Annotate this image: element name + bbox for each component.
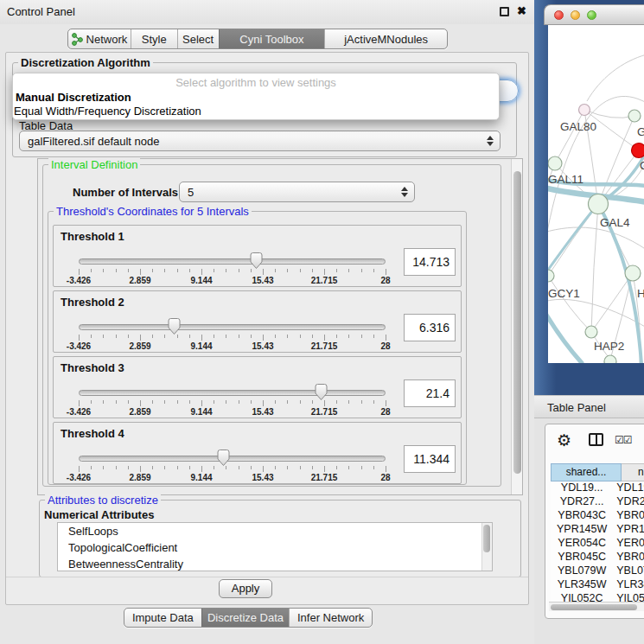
table-row[interactable]: YER054CYER054C (551, 537, 644, 551)
threshold-slider-track[interactable] (79, 390, 386, 396)
float-window-icon[interactable] (500, 7, 509, 16)
cell-shared-name: YBR045C (551, 551, 613, 564)
table-row[interactable]: YDR27...YDR27... (551, 495, 644, 509)
column-split-icon[interactable] (589, 433, 603, 446)
node-selected-red[interactable] (632, 143, 644, 158)
select-columns-icon[interactable]: ☑☑ (615, 434, 632, 446)
column-header-name[interactable]: n (622, 463, 644, 481)
numerical-attributes-list[interactable]: SelfLoopsTopologicalCoefficientBetweenne… (57, 522, 493, 571)
panel-title: Control Panel (7, 5, 75, 18)
slider-tick-label: -3.426 (67, 407, 91, 417)
table-row[interactable]: YPR145WYPR145W (551, 523, 644, 537)
apply-button[interactable]: Apply (219, 579, 272, 598)
threshold-value-field[interactable]: 11.344 (404, 445, 456, 473)
threshold-slider-track[interactable] (79, 258, 386, 265)
slider-tick (214, 466, 214, 469)
slider-tick-label: 15.43 (252, 407, 273, 417)
tab-label: Network (86, 33, 128, 46)
threshold-slider-thumb[interactable] (216, 449, 231, 470)
table-row[interactable]: YDL19...YDL19... (551, 481, 644, 495)
node-hap2[interactable] (585, 326, 597, 338)
slider-tick-label: 2.859 (129, 276, 150, 285)
close-traffic-light-icon[interactable] (554, 10, 564, 20)
node-gcy1[interactable] (548, 270, 554, 282)
interval-scrollbar-thumb[interactable] (513, 171, 521, 474)
minimize-traffic-light-icon[interactable] (571, 10, 580, 20)
slider-tick (103, 466, 104, 469)
table-data-combobox[interactable]: galFiltered.sif default node (19, 131, 501, 151)
slider-tick (239, 400, 239, 404)
table-row[interactable]: YIL052CYIL052C (551, 592, 644, 602)
close-icon[interactable]: ✖ (517, 4, 526, 17)
threshold-slider-thumb[interactable] (167, 317, 182, 339)
tab-style[interactable]: Style (131, 29, 177, 48)
dropdown-option-manual-discretization[interactable]: Manual Discretization (16, 91, 131, 104)
slider-tick-label: 2.859 (129, 341, 150, 351)
attribute-item-selfloops[interactable]: SelfLoops (58, 523, 492, 539)
node-bottom[interactable] (604, 355, 616, 363)
table-horizontal-scrollbar[interactable] (549, 602, 644, 611)
attribute-item-betweennesscentrality[interactable]: BetweennessCentrality (58, 556, 492, 571)
interval-scrollbar[interactable] (511, 159, 522, 494)
attribute-item-topologicalcoefficient[interactable]: TopologicalCoefficient (58, 539, 492, 556)
slider-tick (201, 335, 202, 341)
network-canvas[interactable]: GAL80 GAL11 GAL4 GCY1 HAP2 G C H (548, 25, 644, 363)
node-label-hap2: HAP2 (594, 340, 624, 353)
node-gal4[interactable] (589, 194, 609, 214)
node-right-mid[interactable] (625, 265, 641, 281)
node-label-gal80: GAL80 (560, 120, 596, 133)
slider-tick (201, 400, 202, 406)
slider-tick-label: -3.426 (67, 276, 91, 285)
slider-tick (263, 335, 264, 341)
dropdown-option-equal-width-frequency[interactable]: Equal Width/Frequency Discretization (14, 105, 201, 118)
attributes-scrollbar-thumb[interactable] (483, 525, 490, 552)
tab-infer-network[interactable]: Infer Network (289, 609, 372, 627)
slider-tick (361, 400, 362, 404)
threshold-value-field[interactable]: 14.713 (404, 248, 456, 276)
table-row[interactable]: YLR345WYLR345W (551, 578, 644, 592)
tab-select[interactable]: Select (177, 29, 219, 48)
slider-tick-label: 21.715 (311, 276, 338, 285)
threshold-value-field[interactable]: 21.4 (404, 379, 456, 407)
table-row[interactable]: YBR043CYBR043C (551, 509, 644, 523)
table-row[interactable]: YBL079WYBL079W (551, 564, 644, 578)
gear-icon[interactable]: ⚙ (557, 430, 571, 450)
node-top-right[interactable] (628, 110, 641, 122)
column-header-shared-name[interactable]: shared... (551, 463, 622, 481)
node-gal80[interactable] (579, 105, 590, 116)
tab-discretize-data[interactable]: Discretize Data (201, 609, 290, 627)
tab-label: Select (182, 33, 214, 46)
slider-tick (140, 400, 141, 406)
slider-tick (189, 335, 190, 338)
threshold-slider-track[interactable] (79, 324, 386, 330)
threshold-slider-thumb[interactable] (249, 252, 264, 273)
threshold-slider-track[interactable] (79, 456, 386, 462)
attributes-group-title: Attributes to discretize (45, 494, 161, 507)
threshold-slider-thumb[interactable] (314, 383, 328, 405)
table-scrollbar-thumb[interactable] (551, 604, 637, 610)
slider-tick (128, 269, 129, 272)
number-of-intervals-combobox[interactable]: 5 (179, 182, 415, 202)
slider-tick (239, 466, 239, 469)
slider-tick (214, 269, 214, 272)
slider-tick (239, 269, 239, 272)
tab-label: Cyni Toolbox (239, 33, 303, 46)
tab-cyni-toolbox[interactable]: Cyni Toolbox (219, 29, 325, 48)
cell-shared-name: YER054C (551, 537, 613, 551)
tab-network[interactable]: Network (68, 29, 131, 48)
zoom-traffic-light-icon[interactable] (587, 10, 596, 20)
interval-definition-title: Interval Definition (48, 158, 140, 171)
tab-impute-data[interactable]: Impute Data (124, 609, 201, 627)
slider-tick (103, 400, 104, 404)
node-label-partial-g: G (637, 125, 644, 138)
slider-tick (287, 269, 288, 272)
threshold-value-field[interactable]: 6.316 (404, 314, 456, 341)
attributes-scrollbar[interactable] (481, 523, 492, 571)
tab-jactivemnodules[interactable]: jActiveMNodules (324, 29, 447, 48)
slider-tick (140, 269, 141, 275)
slider-tick (287, 400, 288, 404)
table-row[interactable]: YBR045CYBR045C (551, 551, 644, 564)
node-gal11[interactable] (548, 156, 562, 170)
slider-tick (214, 335, 214, 338)
slider-tick (152, 269, 153, 272)
